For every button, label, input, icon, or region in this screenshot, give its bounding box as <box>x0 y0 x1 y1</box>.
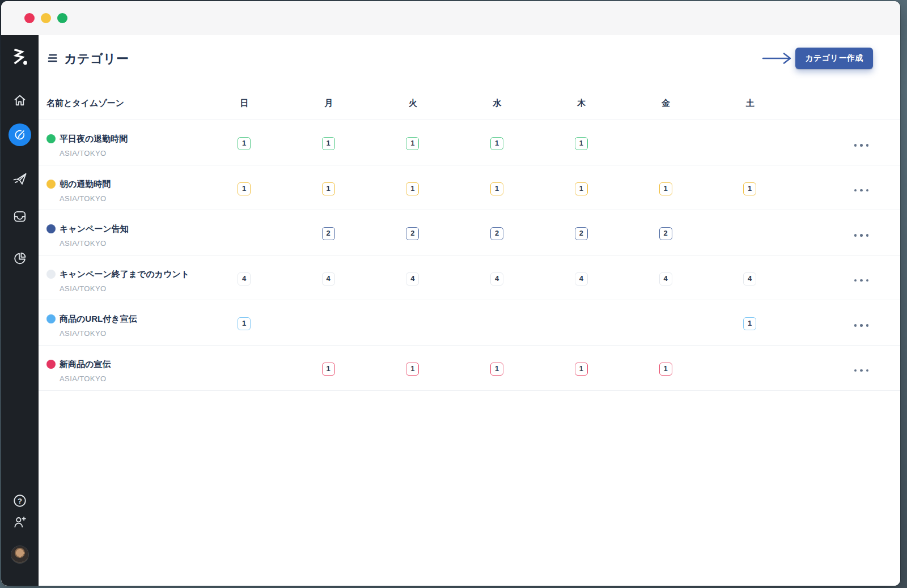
compose-icon <box>14 129 26 141</box>
ellipsis-menu-icon <box>854 234 857 237</box>
sidebar-item-analytics[interactable] <box>1 251 39 266</box>
count-badge: 2 <box>406 227 419 240</box>
count-badge: 1 <box>238 182 251 195</box>
day-header: 金 <box>643 96 689 110</box>
day-header: 水 <box>474 96 520 110</box>
inbox-icon <box>12 209 27 224</box>
titlebar <box>1 1 900 35</box>
send-plane-icon <box>12 171 28 187</box>
count-badge: 1 <box>490 137 503 150</box>
category-row[interactable]: キャンペーン告知 ASIA/TOKYO 22222 <box>39 210 900 255</box>
count-badge: 4 <box>659 272 672 286</box>
count-badge: 1 <box>238 137 251 150</box>
category-name: 朝の通勤時間 <box>60 178 111 190</box>
category-name: 商品のURL付き宣伝 <box>60 313 137 325</box>
category-name: キャンペーン告知 <box>60 223 129 235</box>
category-row[interactable]: 朝の通勤時間 ASIA/TOKYO 1111111 <box>39 165 900 211</box>
count-badge: 1 <box>322 363 335 376</box>
count-badge: 1 <box>490 363 503 376</box>
count-badge: 1 <box>490 182 503 195</box>
count-badge: 1 <box>743 182 756 195</box>
row-menu-button[interactable] <box>854 322 869 329</box>
count-badge: 4 <box>490 272 503 286</box>
row-menu-button[interactable] <box>854 187 869 194</box>
category-timezone: ASIA/TOKYO <box>60 374 107 384</box>
count-badge: 1 <box>322 137 335 150</box>
row-menu-button[interactable] <box>854 142 869 149</box>
sidebar: ? <box>1 35 39 586</box>
category-color-dot <box>46 360 56 369</box>
count-badge: 4 <box>743 272 756 286</box>
category-color-dot <box>46 314 56 323</box>
app-window: ? カテゴリー カテゴリー作成 名前とタイムゾーン 日 <box>1 1 900 586</box>
count-badge: 1 <box>575 137 588 150</box>
category-timezone: ASIA/TOKYO <box>60 194 107 204</box>
count-badge: 4 <box>322 272 335 286</box>
count-badge: 1 <box>659 182 672 195</box>
sidebar-item-inbox[interactable] <box>1 209 39 224</box>
ellipsis-menu-icon <box>854 279 857 282</box>
category-name: キャンペーン終了までのカウント <box>60 268 189 280</box>
count-badge: 4 <box>406 272 419 286</box>
ellipsis-menu-icon <box>854 189 857 192</box>
table-header: 名前とタイムゾーン 日月火水木金土 <box>39 96 900 110</box>
count-badge: 2 <box>575 227 588 240</box>
count-badge: 2 <box>659 227 672 240</box>
category-row[interactable]: 商品のURL付き宣伝 ASIA/TOKYO 11 <box>39 300 900 346</box>
sidebar-item-publish[interactable] <box>1 171 39 187</box>
home-icon <box>12 93 27 108</box>
sidebar-item-account[interactable] <box>1 546 39 563</box>
row-menu-button[interactable] <box>854 367 869 374</box>
sidebar-item-help[interactable]: ? <box>1 493 39 508</box>
category-name: 新商品の宣伝 <box>60 358 111 370</box>
count-badge: 1 <box>743 317 756 330</box>
traffic-light-zoom[interactable] <box>57 13 67 23</box>
count-badge: 1 <box>406 182 419 195</box>
main-content: カテゴリー カテゴリー作成 名前とタイムゾーン 日月火水木金土 平日夜の退勤時間… <box>39 35 900 586</box>
invite-user-icon <box>12 515 27 530</box>
count-badge: 1 <box>406 363 419 376</box>
count-badge: 4 <box>238 272 251 286</box>
category-row[interactable]: 新商品の宣伝 ASIA/TOKYO 11111 <box>39 346 900 391</box>
create-category-button[interactable]: カテゴリー作成 <box>795 48 873 69</box>
count-badge: 1 <box>575 363 588 376</box>
category-timezone: ASIA/TOKYO <box>60 238 107 249</box>
count-badge: 1 <box>238 317 251 330</box>
desktop-background: { "window": { "traffic_lights": ["#ea345… <box>0 0 907 588</box>
hamburger-menu-icon[interactable] <box>47 54 58 63</box>
count-badge: 1 <box>659 363 672 376</box>
svg-text:?: ? <box>18 497 22 505</box>
user-avatar <box>11 546 28 563</box>
sidebar-item-home[interactable] <box>1 93 39 108</box>
count-badge: 4 <box>575 272 588 286</box>
ellipsis-menu-icon <box>854 324 857 327</box>
count-badge: 1 <box>406 137 419 150</box>
day-header: 日 <box>222 96 267 110</box>
day-header: 月 <box>306 96 351 110</box>
annotation-arrow-icon <box>762 51 794 66</box>
name-timezone-column-header: 名前とタイムゾーン <box>46 96 124 110</box>
category-color-dot <box>46 180 56 189</box>
category-row[interactable]: キャンペーン終了までのカウント ASIA/TOKYO 4444444 <box>39 255 900 301</box>
app-logo-icon <box>1 48 39 67</box>
day-header: 土 <box>727 96 773 110</box>
category-row[interactable]: 平日夜の退勤時間 ASIA/TOKYO 11111 <box>39 120 900 165</box>
row-menu-button[interactable] <box>854 232 869 239</box>
category-timezone: ASIA/TOKYO <box>60 284 107 294</box>
pie-chart-icon <box>12 251 27 266</box>
row-menu-button[interactable] <box>854 277 869 284</box>
category-rows: 平日夜の退勤時間 ASIA/TOKYO 11111 朝の通勤時間 ASIA/TO… <box>39 120 900 391</box>
day-header: 火 <box>390 96 435 110</box>
category-color-dot <box>46 270 56 279</box>
category-color-dot <box>46 134 56 143</box>
count-badge: 2 <box>322 227 335 240</box>
traffic-light-close[interactable] <box>24 13 35 23</box>
help-icon: ? <box>12 493 27 508</box>
sidebar-item-invite[interactable] <box>1 515 39 530</box>
category-timezone: ASIA/TOKYO <box>60 148 107 159</box>
category-color-dot <box>46 224 56 233</box>
ellipsis-menu-icon <box>854 144 857 147</box>
sidebar-item-compose[interactable] <box>1 123 39 146</box>
page-title: カテゴリー <box>64 50 129 67</box>
traffic-light-minimize[interactable] <box>41 13 51 23</box>
